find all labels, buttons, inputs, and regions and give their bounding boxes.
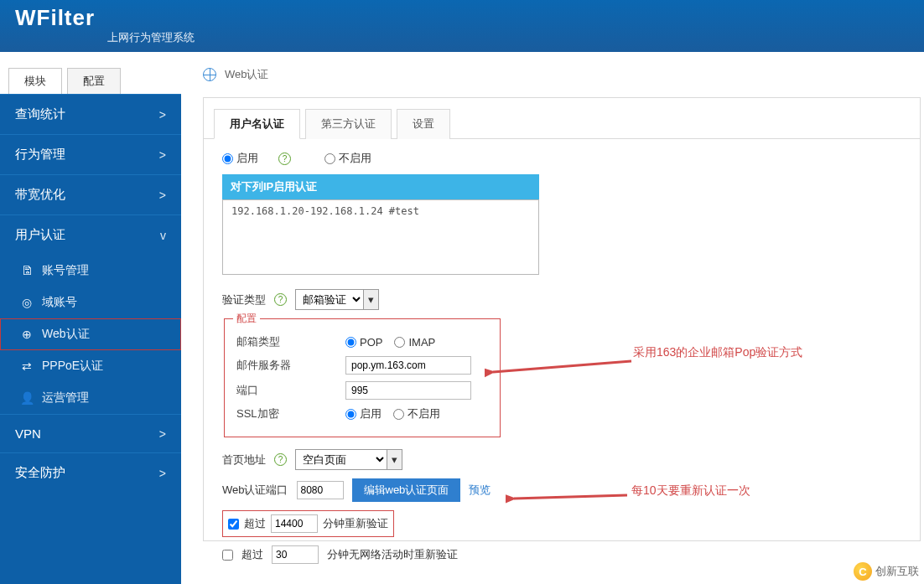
watermark: C 创新互联	[854, 562, 919, 581]
idle-reverify-checkbox[interactable]	[222, 550, 233, 561]
sidebar-item-label: 查询统计	[15, 106, 65, 122]
dropdown-icon[interactable]: ▾	[387, 449, 402, 470]
ssl-label: SSL加密	[236, 406, 345, 421]
ip-section-header: 对下列IP启用认证	[222, 174, 539, 199]
logo-text: WFilter	[15, 5, 909, 31]
radio-pop[interactable]: POP	[345, 336, 382, 349]
sidebar-tabs: 模块 配置	[0, 52, 181, 94]
sidebar-item-label: 带宽优化	[15, 187, 65, 203]
id-card-icon: 🖺	[20, 264, 34, 277]
chevron-right-icon: >	[159, 108, 166, 121]
sidebar-tab-module[interactable]: 模块	[8, 68, 62, 94]
sidebar-item-security[interactable]: 安全防护 >	[0, 452, 181, 493]
sidebar-tab-config[interactable]: 配置	[67, 68, 121, 94]
radio-ssl-disable[interactable]: 不启用	[393, 406, 440, 421]
verify-type-label: 验证类型	[222, 292, 266, 308]
tab-thirdparty-auth[interactable]: 第三方认证	[305, 109, 392, 139]
chevron-down-icon: v	[160, 229, 166, 242]
logo-subtitle: 上网行为管理系统	[107, 30, 195, 45]
port-input[interactable]	[345, 381, 471, 400]
help-icon[interactable]: ?	[278, 152, 291, 165]
radio-ssl-enable[interactable]: 启用	[345, 406, 382, 421]
globe-icon: ⊕	[20, 328, 34, 341]
help-icon[interactable]: ?	[274, 453, 287, 466]
sidebar-sub-webauth[interactable]: ⊕ Web认证	[0, 318, 181, 350]
breadcrumb: Web认证	[203, 67, 924, 82]
minutes-reverify-label: 分钟重新验证	[323, 516, 388, 531]
page-title: Web认证	[225, 67, 269, 82]
sidebar-sub-label: 运营管理	[42, 390, 89, 406]
exceed-label: 超过	[241, 547, 263, 562]
reverify-row: 超过 分钟重新验证	[222, 510, 394, 537]
sidebar-sub-label: PPPoE认证	[42, 359, 103, 374]
radio-disable[interactable]: 不启用	[324, 151, 371, 166]
exceed-label: 超过	[244, 516, 266, 531]
tab-username-auth[interactable]: 用户名认证	[214, 109, 300, 139]
sidebar-item-label: 安全防护	[15, 465, 65, 481]
reverify-minutes-input[interactable]	[271, 514, 318, 533]
idle-reverify-label: 分钟无网络活动时重新验证	[327, 547, 458, 562]
sidebar-sub-account[interactable]: 🖺 账号管理	[0, 255, 181, 287]
sidebar-sub-domain[interactable]: ◎ 域账号	[0, 287, 181, 318]
chevron-right-icon: >	[159, 427, 166, 441]
port-label: 端口	[236, 383, 345, 398]
sidebar-item-behavior[interactable]: 行为管理 >	[0, 134, 181, 174]
radio-enable[interactable]: 启用	[222, 151, 258, 166]
help-icon[interactable]: ?	[274, 293, 287, 306]
webport-label: Web认证端口	[222, 483, 288, 498]
homepage-select[interactable]: 空白页面	[295, 449, 387, 470]
ppp-icon: ⇄	[20, 359, 34, 373]
ip-list-textarea[interactable]: 192.168.1.20-192.168.1.24 #test	[222, 199, 539, 275]
sidebar-item-query[interactable]: 查询统计 >	[0, 94, 181, 134]
sidebar-item-label: 行为管理	[15, 147, 65, 163]
sidebar-item-label: 用户认证	[15, 227, 65, 243]
mail-server-label: 邮件服务器	[236, 358, 345, 373]
sidebar-item-userauth[interactable]: 用户认证 v	[0, 214, 181, 255]
chevron-right-icon: >	[159, 189, 166, 202]
sidebar-item-bandwidth[interactable]: 带宽优化 >	[0, 174, 181, 214]
tab-bar: 用户名认证 第三方认证 设置	[204, 98, 920, 139]
sidebar-sub-label: 域账号	[42, 295, 77, 310]
sidebar-sub-label: 账号管理	[42, 263, 89, 278]
fieldset-legend: 配置	[233, 312, 260, 326]
mail-type-label: 邮箱类型	[236, 334, 345, 349]
sidebar-sub-label: Web认证	[42, 327, 90, 342]
preview-link[interactable]: 预览	[469, 483, 491, 498]
settings-panel: 用户名认证 第三方认证 设置 启用 ? 不启用 对下列IP启用认证 192.16…	[203, 97, 921, 541]
sidebar-submenu: 🖺 账号管理 ◎ 域账号 ⊕ Web认证 ⇄ PPPoE认证 👤 运营管理	[0, 255, 181, 414]
sidebar-item-label: VPN	[15, 426, 41, 441]
user-icon: 👤	[20, 391, 34, 405]
watermark-icon: C	[854, 562, 872, 581]
sidebar-sub-ops[interactable]: 👤 运营管理	[0, 382, 181, 414]
homepage-label: 首页地址	[222, 452, 266, 468]
main-content: Web认证 用户名认证 第三方认证 设置 启用 ? 不启用 对下列IP启用认证 …	[181, 52, 924, 584]
radio-imap[interactable]: IMAP	[394, 336, 435, 349]
app-header: WFilter 上网行为管理系统	[0, 0, 924, 52]
form-body: 启用 ? 不启用 对下列IP启用认证 192.168.1.20-192.168.…	[204, 139, 920, 584]
sidebar-item-vpn[interactable]: VPN >	[0, 414, 181, 452]
sidebar: 模块 配置 查询统计 > 行为管理 > 带宽优化 > 用户认证 v 🖺 账号管理…	[0, 52, 181, 584]
domain-icon: ◎	[20, 296, 34, 309]
watermark-text: 创新互联	[875, 564, 919, 579]
mail-config-fieldset: 配置 邮箱类型 POP IMAP 邮件服务器 端口	[224, 318, 501, 437]
globe-icon	[203, 68, 216, 81]
webport-input[interactable]	[297, 481, 344, 499]
chevron-right-icon: >	[159, 148, 166, 162]
reverify-checkbox[interactable]	[228, 519, 239, 530]
tab-settings[interactable]: 设置	[397, 109, 450, 139]
dropdown-icon[interactable]: ▾	[364, 289, 379, 310]
edit-page-button[interactable]: 编辑web认证页面	[352, 478, 461, 502]
verify-type-select[interactable]: 邮箱验证	[295, 289, 364, 310]
sidebar-sub-pppoe[interactable]: ⇄ PPPoE认证	[0, 350, 181, 382]
mail-server-input[interactable]	[345, 356, 471, 375]
chevron-right-icon: >	[159, 467, 166, 480]
idle-minutes-input[interactable]	[272, 545, 319, 564]
